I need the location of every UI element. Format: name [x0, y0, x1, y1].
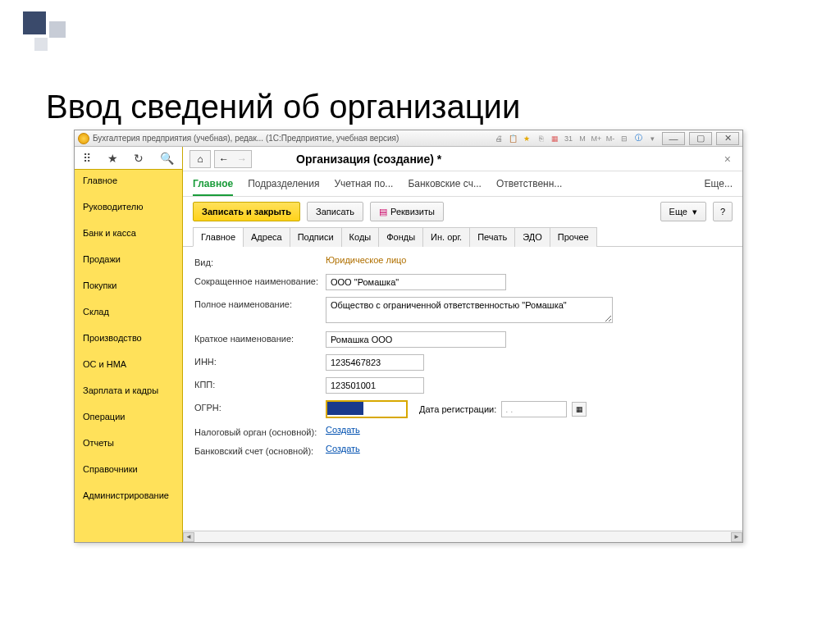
search-icon[interactable]: 🔍	[160, 152, 174, 165]
kpp-label: КПП:	[194, 377, 326, 390]
toolbar-icon[interactable]: 📋	[507, 133, 518, 144]
sidebar-item[interactable]: Администрирование	[75, 485, 182, 506]
action-bar: Записать и закрыть Записать ▤Реквизиты Е…	[183, 197, 742, 226]
form-tab-main[interactable]: Главное	[193, 227, 244, 247]
main-area: ⌂ ←→ Организация (создание) * × Главное …	[183, 147, 742, 542]
ogrn-input[interactable]	[326, 400, 408, 418]
history-icon[interactable]: ↻	[134, 152, 144, 165]
sidebar-item[interactable]: Покупки	[75, 275, 182, 296]
sidebar: ⠿ ★ ↻ 🔍 Главное Руководителю Банк и касс…	[75, 147, 183, 542]
toolbar-icon[interactable]: ⊟	[619, 133, 630, 144]
star-icon[interactable]: ★	[521, 133, 532, 144]
calc-icon[interactable]: ▦	[549, 133, 560, 144]
form-tab[interactable]: Коды	[341, 227, 380, 247]
section-tabs: Главное Подразделения Учетная по... Банк…	[183, 171, 742, 197]
regdate-label: Дата регистрации:	[419, 404, 496, 414]
form-tab[interactable]: Печать	[469, 227, 515, 247]
window-minimize-button[interactable]: —	[662, 132, 685, 145]
requisites-button[interactable]: ▤Реквизиты	[370, 202, 444, 221]
more-button[interactable]: Еще▾	[660, 202, 706, 221]
sidebar-item[interactable]: Главное	[75, 170, 182, 191]
section-tab[interactable]: Учетная по...	[334, 175, 393, 196]
window-titlebar: Бухгалтерия предприятия (учебная), редак…	[75, 130, 742, 147]
form-tab[interactable]: Подписи	[290, 227, 342, 247]
inn-label: ИНН:	[194, 354, 326, 367]
sidebar-item[interactable]: Отчеты	[75, 432, 182, 454]
slide-title: Ввод сведений об организации	[46, 89, 520, 125]
window-title: Бухгалтерия предприятия (учебная), редак…	[93, 134, 399, 143]
save-button[interactable]: Записать	[307, 202, 363, 221]
form-body: Вид: Юридическое лицо Сокращенное наимен…	[183, 247, 742, 531]
window-close-button[interactable]: ✕	[716, 132, 739, 145]
close-tab-button[interactable]: ×	[719, 153, 736, 166]
form-tabs: Главное Адреса Подписи Коды Фонды Ин. ор…	[183, 226, 742, 247]
sidebar-item[interactable]: ОС и НМА	[75, 353, 182, 375]
toolbar-icon[interactable]: 🖨	[493, 133, 504, 144]
kpp-input[interactable]	[326, 377, 424, 394]
form-tab[interactable]: Адреса	[243, 227, 290, 247]
nav-back-forward[interactable]: ←→	[214, 150, 252, 168]
create-bank-link[interactable]: Создать	[326, 444, 360, 454]
sidebar-item[interactable]: Руководителю	[75, 196, 182, 217]
form-tab[interactable]: ЭДО	[514, 227, 550, 247]
sidebar-item[interactable]: Зарплата и кадры	[75, 380, 182, 401]
help-button[interactable]: ?	[713, 202, 733, 221]
section-tab-more[interactable]: Еще...	[705, 175, 733, 196]
brief-name-input[interactable]	[326, 331, 506, 348]
dropdown-icon[interactable]: ▾	[646, 133, 658, 144]
grid-icon[interactable]: ⠿	[83, 152, 91, 165]
sidebar-item[interactable]: Справочники	[75, 458, 182, 480]
star-icon[interactable]: ★	[107, 152, 118, 165]
sidebar-item[interactable]: Продажи	[75, 248, 182, 270]
create-tax-link[interactable]: Создать	[326, 425, 360, 435]
bank-account-label: Банковский счет (основной):	[194, 444, 326, 456]
type-value[interactable]: Юридическое лицо	[326, 255, 731, 265]
full-name-label: Полное наименование:	[194, 297, 326, 309]
m-plus-button[interactable]: M+	[591, 133, 602, 144]
section-tab-main[interactable]: Главное	[193, 175, 233, 196]
window-maximize-button[interactable]: ▢	[689, 132, 712, 145]
m-minus-button[interactable]: M-	[605, 133, 616, 144]
page-title: Организация (создание) *	[296, 153, 441, 166]
form-tab[interactable]: Ин. орг.	[422, 227, 470, 247]
app-logo-icon	[78, 133, 89, 144]
type-label: Вид:	[194, 255, 326, 267]
tax-authority-label: Налоговый орган (основной):	[194, 425, 326, 437]
sidebar-item[interactable]: Производство	[75, 327, 182, 349]
sidebar-item[interactable]: Склад	[75, 301, 182, 322]
home-button[interactable]: ⌂	[189, 150, 211, 168]
save-close-button[interactable]: Записать и закрыть	[193, 202, 300, 221]
info-icon[interactable]: ⓘ	[632, 133, 644, 144]
form-tab[interactable]: Фонды	[378, 227, 423, 247]
horizontal-scrollbar[interactable]: ◄►	[183, 531, 742, 542]
short-name-input[interactable]	[326, 274, 506, 290]
inn-input[interactable]	[326, 354, 424, 371]
sidebar-item[interactable]: Операции	[75, 406, 182, 427]
app-window: Бухгалтерия предприятия (учебная), редак…	[74, 130, 743, 543]
full-name-input[interactable]	[326, 297, 613, 323]
section-tab[interactable]: Ответственн...	[496, 175, 562, 196]
calendar-icon[interactable]: ▦	[572, 402, 587, 417]
slide-decoration	[23, 11, 67, 56]
calendar-icon[interactable]: 31	[563, 133, 574, 144]
sidebar-tools: ⠿ ★ ↻ 🔍	[75, 147, 182, 170]
regdate-input[interactable]: . .	[501, 401, 567, 417]
toolbar-icon[interactable]: ⎘	[535, 133, 546, 144]
m-button[interactable]: M	[577, 133, 588, 144]
short-name-label: Сокращенное наименование:	[194, 274, 326, 286]
section-tab[interactable]: Подразделения	[248, 175, 319, 196]
brief-name-label: Краткое наименование:	[194, 331, 326, 344]
section-tab[interactable]: Банковские сч...	[408, 175, 482, 196]
ogrn-label: ОГРН:	[194, 400, 326, 412]
form-tab[interactable]: Прочее	[550, 227, 597, 247]
sidebar-item[interactable]: Банк и касса	[75, 222, 182, 244]
